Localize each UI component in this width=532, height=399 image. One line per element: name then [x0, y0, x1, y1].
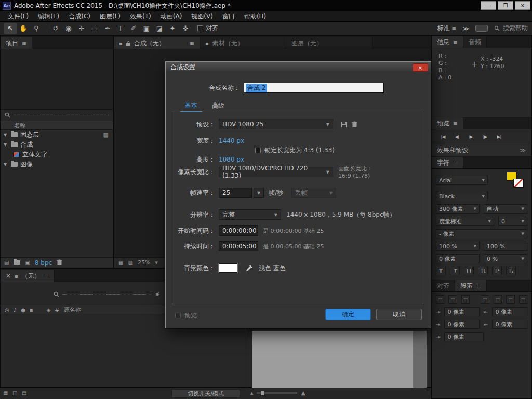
- project-column-header[interactable]: 名称: [1, 121, 113, 130]
- tab-effects-presets[interactable]: 效果和预设 ≫: [432, 144, 531, 156]
- expand-layers-icon[interactable]: ▦: [3, 390, 8, 396]
- tab-project[interactable]: 项目 ≡: [1, 37, 32, 49]
- tracking-select[interactable]: - 像素▼: [436, 229, 527, 238]
- panel-menu-icon[interactable]: ≡: [476, 283, 481, 289]
- panel-menu-icon[interactable]: ≡: [44, 273, 49, 280]
- twisty-icon[interactable]: ▼: [4, 142, 8, 147]
- composition-mini-flow-icon[interactable]: ⚟: [155, 291, 160, 297]
- panel-menu-icon[interactable]: ≡: [453, 159, 458, 166]
- ok-button[interactable]: 确定: [325, 309, 371, 320]
- close-button[interactable]: ×: [515, 1, 530, 10]
- type-tool-icon[interactable]: T: [114, 23, 127, 34]
- framerate-field[interactable]: 25: [219, 188, 252, 198]
- rotation-tool-icon[interactable]: ↺: [49, 23, 62, 34]
- space-before-field[interactable]: 0 像素: [444, 320, 480, 329]
- width-value[interactable]: 1440 px: [219, 137, 244, 144]
- always-preview-icon[interactable]: ▦: [118, 260, 123, 265]
- help-search[interactable]: 搜索帮助: [494, 24, 528, 33]
- lock-icon[interactable]: [126, 41, 130, 46]
- dialog-close-button[interactable]: ×: [413, 63, 428, 72]
- project-search[interactable]: [1, 110, 113, 121]
- align-center-button[interactable]: ≡: [448, 295, 457, 304]
- project-item-solids[interactable]: ▼ 固态层 ▦: [1, 130, 113, 140]
- workspace-menu-icon[interactable]: ≡: [451, 25, 456, 32]
- resolution-select[interactable]: 完整▼: [219, 209, 281, 220]
- tab-paragraph[interactable]: 段落 ≡: [455, 280, 487, 291]
- pen-tool-icon[interactable]: ✒: [101, 23, 114, 34]
- zoom-tool-icon[interactable]: ⚲: [30, 23, 43, 34]
- new-folder-icon[interactable]: [14, 260, 20, 265]
- zoom-slider-knob[interactable]: [261, 391, 264, 395]
- selection-tool-icon[interactable]: ↖: [4, 23, 17, 34]
- tab-info[interactable]: 信息 ≡: [432, 36, 463, 48]
- tab-basic[interactable]: 基本: [180, 100, 202, 112]
- justify-all-button[interactable]: ≡: [519, 295, 527, 304]
- twisty-icon[interactable]: ▼: [4, 132, 8, 137]
- panel-menu-icon[interactable]: ≡: [22, 40, 26, 47]
- project-item-3dtext[interactable]: 立体文字: [1, 150, 113, 159]
- justify-last-center-button[interactable]: ≡: [494, 295, 502, 304]
- tab-layer[interactable]: 图层（无）: [286, 37, 373, 49]
- menu-effect[interactable]: 效果(T): [125, 12, 156, 21]
- justify-last-right-button[interactable]: ≡: [506, 295, 514, 304]
- tab-footage[interactable]: ▪ 素材（无）: [200, 37, 286, 49]
- first-line-indent-field[interactable]: 0 像素: [444, 332, 484, 341]
- shape-tool-icon[interactable]: ▭: [88, 23, 101, 34]
- subscript-button[interactable]: T₁: [506, 267, 516, 275]
- zoom-out-icon[interactable]: ▲: [250, 391, 253, 395]
- duration-field[interactable]: 0:00:05:00: [219, 241, 258, 251]
- last-frame-button[interactable]: ▶|: [493, 132, 505, 141]
- timeline-search[interactable]: ⚟: [54, 291, 160, 297]
- framerate-dropdown-button[interactable]: ▼: [254, 188, 264, 198]
- snapping-control[interactable]: 对齐: [197, 24, 218, 33]
- save-preset-icon[interactable]: [340, 121, 348, 128]
- workspace-switcher-icon[interactable]: [475, 25, 488, 32]
- tab-advanced[interactable]: 高级: [207, 100, 229, 112]
- hand-tool-icon[interactable]: ✋: [17, 23, 30, 34]
- camera-tool-icon[interactable]: ◉: [62, 23, 75, 34]
- all-caps-button[interactable]: TT: [464, 267, 474, 275]
- index-column-label[interactable]: #: [55, 307, 59, 313]
- justify-last-left-button[interactable]: ≡: [481, 295, 489, 304]
- twisty-icon[interactable]: ▼: [4, 162, 8, 167]
- menu-composition[interactable]: 合成(C): [64, 12, 95, 21]
- indent-left-field[interactable]: 0 像素: [444, 307, 480, 316]
- menu-window[interactable]: 窗口: [218, 12, 240, 21]
- chevron-down-icon[interactable]: ▾: [155, 259, 158, 266]
- snapping-checkbox[interactable]: [197, 25, 203, 31]
- menu-edit[interactable]: 编辑(E): [33, 12, 64, 21]
- search-input[interactable]: [14, 115, 109, 115]
- cancel-button[interactable]: 取消: [376, 309, 422, 320]
- roto-brush-tool-icon[interactable]: ✦: [166, 23, 179, 34]
- puppet-pin-tool-icon[interactable]: ✜: [179, 23, 192, 34]
- audio-icon[interactable]: ♪: [14, 307, 17, 313]
- zoom-slider[interactable]: [257, 392, 297, 394]
- eyedropper-icon[interactable]: [246, 265, 252, 272]
- font-style-select[interactable]: Black▼: [436, 192, 488, 201]
- toggle-switches-modes-button[interactable]: 切换开关/模式: [171, 389, 240, 398]
- menu-animation[interactable]: 动画(A): [156, 12, 187, 21]
- panel-menu-icon[interactable]: ≡: [453, 120, 458, 127]
- pan-behind-tool-icon[interactable]: ✛: [75, 23, 88, 34]
- background-color-swatch[interactable]: [219, 263, 237, 273]
- workspace-selector[interactable]: 标准 ≡: [437, 24, 456, 33]
- first-frame-button[interactable]: |◀: [437, 132, 449, 141]
- eraser-tool-icon[interactable]: ◪: [153, 23, 166, 34]
- footage-icon[interactable]: ▤: [4, 260, 9, 265]
- align-right-button[interactable]: ≡: [461, 295, 470, 304]
- clone-stamp-tool-icon[interactable]: ▣: [140, 23, 153, 34]
- timeline-zoom-control[interactable]: ▲ ▲: [250, 390, 305, 396]
- menu-file[interactable]: 文件(F): [3, 12, 33, 21]
- tab-composition[interactable]: ▪ 合成（无） ≡: [114, 37, 200, 49]
- faux-bold-button[interactable]: T: [436, 267, 446, 275]
- font-family-select[interactable]: Arial▼: [436, 176, 488, 185]
- zoom-in-icon[interactable]: ▲: [301, 390, 305, 396]
- tsume-field[interactable]: 0 %▼: [484, 254, 527, 263]
- preset-select[interactable]: HDV 1080 25▼: [219, 119, 333, 129]
- bit-depth-label[interactable]: 8 bpc: [35, 259, 52, 267]
- project-item-comps[interactable]: ▼ 合成: [1, 140, 113, 150]
- align-left-button[interactable]: ≡: [436, 295, 444, 304]
- brush-tool-icon[interactable]: ✐: [127, 23, 140, 34]
- tab-timeline[interactable]: × ▪ （无） ≡: [1, 270, 55, 282]
- height-value[interactable]: 1080 px: [219, 156, 244, 163]
